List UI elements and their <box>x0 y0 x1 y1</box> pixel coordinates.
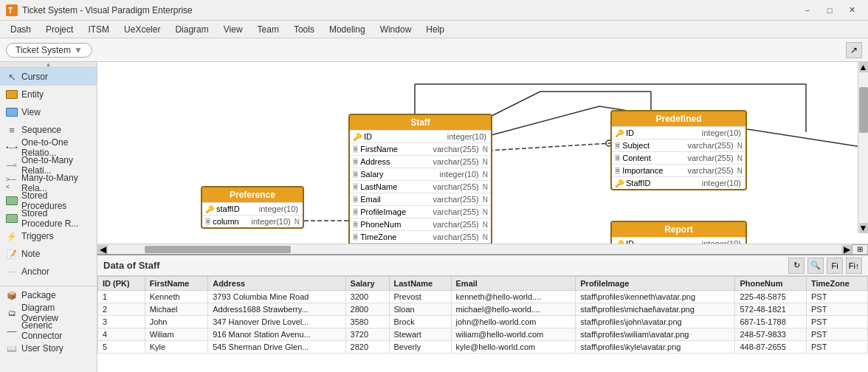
minimize-button[interactable]: − <box>797 3 818 18</box>
menu-tools[interactable]: Tools <box>286 23 322 36</box>
sidebar-label-sequence: Sequence <box>21 125 61 135</box>
scroll-right-btn[interactable]: ▶ <box>841 245 852 254</box>
entity-predefined[interactable]: Predefined 🔑 ID integer(10) ≡ Subject va… <box>610 110 747 190</box>
field-icon: ≡ <box>615 142 620 149</box>
menu-window[interactable]: Window <box>373 23 419 36</box>
menu-view[interactable]: View <box>216 23 250 36</box>
table-cell: staff\profiles\kyle\avatar.png <box>576 341 735 354</box>
field-icon: ≡ <box>205 218 210 225</box>
sidebar-label-story: User Story <box>21 343 63 354</box>
scroll-left-btn[interactable]: ◀ <box>97 245 108 254</box>
main-layout: ▲ Cursor Entity View Sequence •—• One-to… <box>0 62 868 372</box>
data-panel-header: Data of Staff ↻ 🔍 Fi Fi↑ <box>97 255 868 276</box>
table-cell: Wiliam <box>145 328 208 341</box>
table-row[interactable]: 1Kenneth3793 Columbia Mine Road3200Prevo… <box>98 291 868 303</box>
entity-staff-address: ≡ Address varchar(255) N <box>350 155 491 168</box>
menu-project[interactable]: Project <box>38 23 80 36</box>
sidebar-item-otm[interactable]: —< One-to-Many Relati... <box>0 156 97 174</box>
scroll-down-btn[interactable]: ▼ <box>859 223 868 233</box>
sidebar-item-trigger[interactable]: ⚡ Triggers <box>0 227 97 245</box>
table-cell: 225-48-5875 <box>735 291 807 303</box>
entity-staff-salary: ≡ Salary integer(10) N <box>350 168 491 180</box>
table-cell: 448-87-2655 <box>735 341 807 354</box>
svg-line-14 <box>489 92 540 117</box>
data-table[interactable]: ID (PK) FirstName Address Salary LastNam… <box>97 276 868 372</box>
otm-icon: —< <box>6 159 18 171</box>
menu-help[interactable]: Help <box>418 23 452 36</box>
entity-preference[interactable]: Preference 🔑 staffID integer(10) ≡ colum… <box>201 186 304 229</box>
data-panel-filter-btn[interactable]: Fi <box>827 258 843 274</box>
vertical-scrollbar[interactable]: ▲ ▼ <box>858 62 868 233</box>
sidebar-item-anchor[interactable]: ····· Anchor <box>0 263 97 280</box>
maximize-button[interactable]: □ <box>819 3 840 18</box>
field-icon: ≡ <box>353 221 358 228</box>
key-icon: 🔑 <box>353 133 362 141</box>
table-row[interactable]: 2MichaelAddress1688 Strawberry...2800Slo… <box>98 303 868 316</box>
table-cell: 3200 <box>345 291 389 303</box>
sidebar-item-entity[interactable]: Entity <box>0 86 97 103</box>
data-panel-search-btn[interactable]: 🔍 <box>807 258 824 274</box>
sidebar-item-oto[interactable]: •—• One-to-One Relatio... <box>0 139 97 156</box>
table-cell: PST <box>807 341 868 354</box>
table-cell: staff\profiles\kenneth\avatar.png <box>576 291 735 303</box>
diagram-canvas[interactable]: Staff 🔑 ID integer(10) ≡ FirstName varch… <box>97 62 868 244</box>
sidebar-scroll-up[interactable]: ▲ <box>0 62 97 68</box>
col-header-firstname: FirstName <box>145 277 208 291</box>
sidebar-label-spr: Stored Procedure R... <box>21 208 91 229</box>
menu-team[interactable]: Team <box>250 23 286 36</box>
sidebar-item-view[interactable]: View <box>0 103 97 121</box>
expand-button[interactable]: ↗ <box>846 42 862 58</box>
sidebar-item-package[interactable]: 📦 Package <box>0 286 97 304</box>
sidebar-item-mtm[interactable]: >—< Many-to-Many Rela... <box>0 174 97 192</box>
sidebar-item-generic[interactable]: — Generic Connector <box>0 322 97 340</box>
table-row[interactable]: 4Wiliam916 Manor Station Avenu...3720Ste… <box>98 328 868 341</box>
scroll-up-btn[interactable]: ▲ <box>859 62 868 72</box>
col-header-phonenum: PhoneNum <box>735 277 807 291</box>
table-cell: 347 Hanover Drive Lovel... <box>208 316 345 328</box>
entity-staff-firstname: ≡ FirstName varchar(255) N <box>350 142 491 155</box>
table-cell: John <box>145 316 208 328</box>
sidebar-item-sp[interactable]: Stored Procedures <box>0 192 97 210</box>
sidebar-item-cursor[interactable]: Cursor <box>0 68 97 86</box>
entity-report[interactable]: Report 🔑 ID integer(10) 🔑 StaffID intege… <box>610 221 747 244</box>
table-row[interactable]: 5Kyle545 Sherman Drive Glen...2820Beverl… <box>98 341 868 354</box>
horizontal-scrollbar[interactable]: ◀ ▶ ⊞ <box>97 244 868 254</box>
table-cell: 3720 <box>345 328 389 341</box>
close-button[interactable]: ✕ <box>841 3 862 18</box>
canvas-expand-btn[interactable]: ⊞ <box>852 244 868 255</box>
menu-dash[interactable]: Dash <box>3 23 38 36</box>
sidebar-item-story[interactable]: 📖 User Story <box>0 340 97 357</box>
anchor-icon: ····· <box>6 266 18 278</box>
data-panel-sort-btn[interactable]: Fi↑ <box>846 258 862 274</box>
breadcrumb-arrow: ▼ <box>74 45 83 55</box>
scroll-thumb-v[interactable] <box>859 87 868 132</box>
table-cell: 2800 <box>345 303 389 316</box>
entity-preference-staffid: 🔑 staffID integer(10) <box>202 202 303 215</box>
entity-staff[interactable]: Staff 🔑 ID integer(10) ≡ FirstName varch… <box>348 114 492 244</box>
generic-icon: — <box>6 325 18 337</box>
sidebar-item-note[interactable]: 📝 Note <box>0 245 97 263</box>
menu-diagram[interactable]: Diagram <box>168 23 216 36</box>
sidebar-label-trigger: Triggers <box>21 231 54 241</box>
sidebar-item-sequence[interactable]: Sequence <box>0 121 97 139</box>
sidebar-item-spr[interactable]: Stored Procedure R... <box>0 210 97 227</box>
menu-itsm[interactable]: ITSM <box>80 23 117 36</box>
table-cell: Prevost <box>389 291 451 303</box>
table-row[interactable]: 3John347 Hanover Drive Lovel...3580Brock… <box>98 316 868 328</box>
scroll-thumb-h[interactable] <box>145 246 292 253</box>
sidebar-item-diagram[interactable]: 🗂 Diagram Overview <box>0 304 97 322</box>
field-icon: ≡ <box>353 145 358 153</box>
entity-preference-column: ≡ column integer(10) N <box>202 215 303 227</box>
menu-modeling[interactable]: Modeling <box>322 23 373 36</box>
entity-report-title: Report <box>664 224 693 235</box>
window-controls: − □ ✕ <box>797 3 862 18</box>
table-cell: 3793 Columbia Mine Road <box>208 291 345 303</box>
menu-uexceler[interactable]: UeXceler <box>117 23 168 36</box>
breadcrumb[interactable]: Ticket System ▼ <box>6 43 92 58</box>
field-icon: ≡ <box>353 158 358 165</box>
table-cell: 2820 <box>345 341 389 354</box>
data-panel-refresh-btn[interactable]: ↻ <box>788 258 805 274</box>
field-icon: ≡ <box>353 208 358 216</box>
entity-predefined-header: Predefined <box>612 111 745 126</box>
table-cell: 545 Sherman Drive Glen... <box>208 341 345 354</box>
